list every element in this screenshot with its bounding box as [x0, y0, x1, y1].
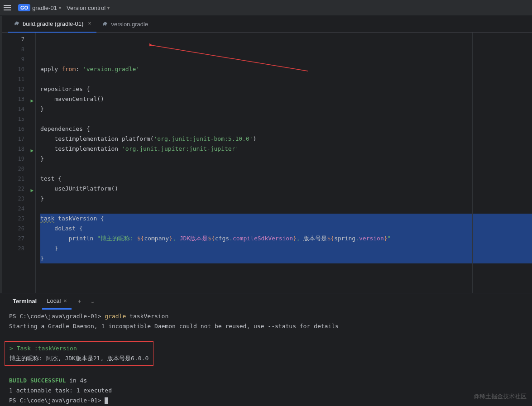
terminal-panel-label[interactable]: Terminal: [11, 298, 38, 305]
chevron-down-icon: ▾: [59, 5, 61, 10]
tab-version-gradle[interactable]: version.gradle: [96, 16, 153, 33]
line-gutter[interactable]: 78910111213▶1415161718▶19202122▶23242526…: [2, 33, 35, 293]
code-editor[interactable]: apply from: 'version.gradle'repositories…: [35, 33, 532, 293]
project-selector[interactable]: GO gradle-01 ▾: [18, 4, 61, 11]
terminal-panel: Terminal Local × + ⌄ PS C:\code\java\gra…: [0, 293, 532, 406]
vcs-label: Version control: [67, 5, 105, 11]
project-name: gradle-01: [32, 5, 57, 11]
tab-build-gradle[interactable]: build.gradle (gradle-01) ×: [8, 16, 96, 33]
hamburger-icon[interactable]: [4, 3, 13, 12]
close-icon[interactable]: ×: [63, 297, 67, 304]
editor-area: build.gradle (gradle-01) × version.gradl…: [2, 16, 532, 293]
close-icon[interactable]: ×: [88, 20, 91, 27]
terminal-session-tab[interactable]: Local ×: [42, 293, 72, 310]
project-badge: GO: [18, 4, 30, 11]
tab-label: build.gradle (gradle-01): [23, 20, 83, 27]
new-session-button[interactable]: +: [75, 298, 84, 305]
session-label: Local: [47, 297, 61, 304]
main-toolbar: GO gradle-01 ▾ Version control ▾: [0, 0, 532, 16]
main-area: build.gradle (gradle-01) × version.gradl…: [0, 16, 532, 293]
editor-tabs: build.gradle (gradle-01) × version.gradl…: [2, 16, 532, 33]
right-margin-guide: [472, 33, 532, 293]
gradle-icon: [14, 20, 20, 27]
terminal-tabs: Terminal Local × + ⌄: [0, 293, 532, 310]
tab-label: version.gradle: [111, 21, 148, 28]
editor-body: 78910111213▶1415161718▶19202122▶23242526…: [2, 33, 532, 293]
gradle-icon: [102, 21, 108, 27]
terminal-output[interactable]: PS C:\code\java\gradle-01> gradle taskVe…: [0, 310, 532, 406]
watermark: @稀土掘金技术社区: [474, 392, 527, 401]
vcs-selector[interactable]: Version control ▾: [67, 5, 110, 11]
chevron-down-icon: ▾: [107, 5, 110, 10]
session-options-button[interactable]: ⌄: [87, 298, 98, 305]
